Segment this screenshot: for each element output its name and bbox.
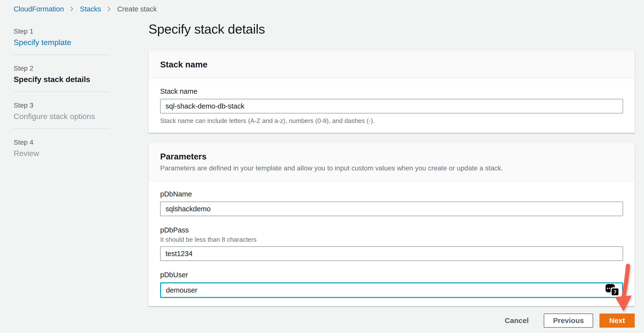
pdbuser-input[interactable] xyxy=(160,282,623,298)
step-2: Step 2 Specify stack details xyxy=(14,64,110,84)
pdbuser-input-wrap: 7 xyxy=(160,282,623,298)
wizard-footer-actions: Cancel Previous Next xyxy=(148,314,635,328)
stack-name-input[interactable] xyxy=(160,99,623,114)
stack-name-hint: Stack name can include letters (A-Z and … xyxy=(160,117,623,125)
parameters-card-title: Parameters xyxy=(160,152,623,162)
stack-name-card-header: Stack name xyxy=(148,51,635,78)
chevron-right-icon xyxy=(106,6,112,12)
page-title: Specify stack details xyxy=(148,22,265,36)
breadcrumb-cloudformation-link[interactable]: CloudFormation xyxy=(14,5,64,13)
step-1: Step 1 Specify template xyxy=(14,27,110,47)
stack-name-field: Stack name Stack name can include letter… xyxy=(160,87,623,125)
step-4-label: Step 4 xyxy=(14,138,110,146)
step-4-title-review: Review xyxy=(14,148,110,158)
step-3-title-configure-stack-options: Configure stack options xyxy=(14,112,110,121)
pdbname-label: pDbName xyxy=(160,190,623,198)
pdbname-input[interactable] xyxy=(160,202,623,216)
chevron-right-icon xyxy=(69,6,74,12)
parameters-card-header: Parameters Parameters are defined in you… xyxy=(148,143,635,181)
password-manager-icon[interactable]: 7 xyxy=(606,284,619,296)
parameters-card-body: pDbName pDbPass It should be less than 8… xyxy=(148,181,635,306)
stack-name-card-body: Stack name Stack name can include letter… xyxy=(148,78,635,133)
step-1-title-specify-template[interactable]: Specify template xyxy=(14,38,110,47)
pdbpass-label: pDbPass xyxy=(160,226,623,234)
stack-name-card: Stack name Stack name Stack name can inc… xyxy=(148,51,635,133)
steps-sidebar: Step 1 Specify template Step 2 Specify s… xyxy=(14,27,110,158)
step-1-label: Step 1 xyxy=(14,27,110,36)
password-manager-badge: 7 xyxy=(611,288,620,296)
step-3: Step 3 Configure stack options xyxy=(14,101,110,121)
step-2-label: Step 2 xyxy=(14,64,110,72)
step-divider xyxy=(14,128,110,129)
pdbuser-field: pDbUser 7 xyxy=(160,271,623,298)
step-divider xyxy=(14,54,110,55)
cancel-button[interactable]: Cancel xyxy=(505,314,529,328)
pdbpass-input[interactable] xyxy=(160,246,623,261)
next-button[interactable]: Next xyxy=(600,314,635,328)
pdbname-field: pDbName xyxy=(160,190,623,216)
step-divider xyxy=(14,92,110,92)
parameters-card: Parameters Parameters are defined in you… xyxy=(148,143,635,306)
stack-name-card-title: Stack name xyxy=(160,60,623,70)
main-content: Specify stack details Stack name Stack n… xyxy=(148,0,635,333)
parameters-card-description: Parameters are defined in your template … xyxy=(160,164,623,172)
breadcrumb: CloudFormation Stacks Create stack xyxy=(14,4,157,14)
step-2-title-specify-stack-details: Specify stack details xyxy=(14,74,110,84)
breadcrumb-stacks-link[interactable]: Stacks xyxy=(80,5,101,13)
stack-name-label: Stack name xyxy=(160,87,623,96)
step-3-label: Step 3 xyxy=(14,101,110,110)
pdbpass-hint: It should be less than 8 characters xyxy=(160,236,623,244)
step-4: Step 4 Review xyxy=(14,138,110,158)
pdbpass-field: pDbPass It should be less than 8 charact… xyxy=(160,226,623,261)
previous-button[interactable]: Previous xyxy=(544,314,593,328)
pdbuser-label: pDbUser xyxy=(160,271,623,279)
